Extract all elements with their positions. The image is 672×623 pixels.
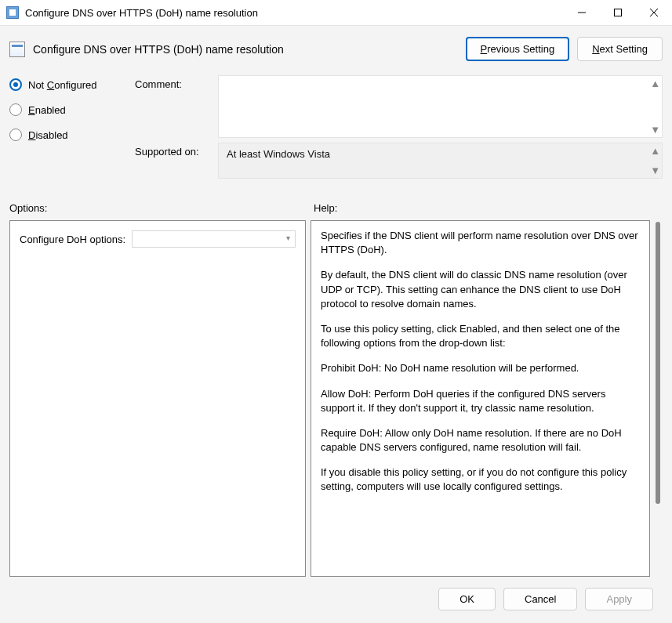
policy-icon: [9, 42, 25, 57]
options-heading: Options:: [9, 202, 314, 214]
apply-button[interactable]: Apply: [585, 588, 653, 610]
help-text: Allow DoH: Perform DoH queries if the co…: [321, 387, 640, 415]
scrollbar[interactable]: [653, 220, 663, 577]
supported-on-value: At least Windows Vista ▲▼: [218, 143, 663, 179]
options-panel: Configure DoH options:: [9, 220, 306, 577]
ok-button[interactable]: OK: [438, 588, 496, 610]
help-heading: Help:: [314, 202, 337, 214]
scroll-arrows-icon: ▲▼: [650, 78, 660, 136]
help-text: By default, the DNS client will do class…: [321, 268, 640, 311]
radio-enabled[interactable]: Enabled: [9, 103, 127, 116]
radio-label: Not Configured: [28, 79, 96, 91]
minimize-button[interactable]: [564, 0, 600, 25]
radio-label: Disabled: [28, 129, 68, 141]
configure-doh-label: Configure DoH options:: [20, 234, 125, 245]
help-text: If you disable this policy setting, or i…: [321, 465, 640, 494]
help-text: Specifies if the DNS client will perform…: [321, 229, 640, 257]
scroll-arrows-icon: ▲▼: [650, 145, 660, 176]
close-button[interactable]: [636, 0, 672, 25]
radio-not-configured[interactable]: Not Configured: [9, 78, 127, 91]
maximize-button[interactable]: [600, 0, 636, 25]
window-title: Configure DNS over HTTPS (DoH) name reso…: [25, 7, 564, 19]
cancel-button[interactable]: Cancel: [503, 588, 577, 610]
comment-textarea[interactable]: ▲▼: [218, 75, 663, 138]
help-panel[interactable]: Specifies if the DNS client will perform…: [311, 220, 650, 577]
titlebar: Configure DNS over HTTPS (DoH) name reso…: [0, 0, 672, 25]
scrollbar-thumb[interactable]: [656, 222, 660, 504]
help-text: Prohibit DoH: No DoH name resolution wil…: [321, 361, 640, 375]
previous-setting-button[interactable]: Previous Setting: [466, 37, 570, 61]
help-text: To use this policy setting, click Enable…: [321, 322, 640, 350]
comment-label: Comment:: [135, 75, 210, 138]
configure-doh-select[interactable]: [132, 230, 296, 248]
radio-label: Enabled: [28, 104, 66, 116]
svg-rect-0: [615, 9, 622, 16]
next-setting-button[interactable]: Next Setting: [577, 37, 663, 61]
supported-on-label: Supported on:: [135, 143, 210, 179]
radio-disabled[interactable]: Disabled: [9, 129, 127, 141]
app-icon: [6, 6, 19, 19]
help-text: Require DoH: Allow only DoH name resolut…: [321, 426, 640, 455]
page-title: Configure DNS over HTTPS (DoH) name reso…: [33, 43, 458, 56]
